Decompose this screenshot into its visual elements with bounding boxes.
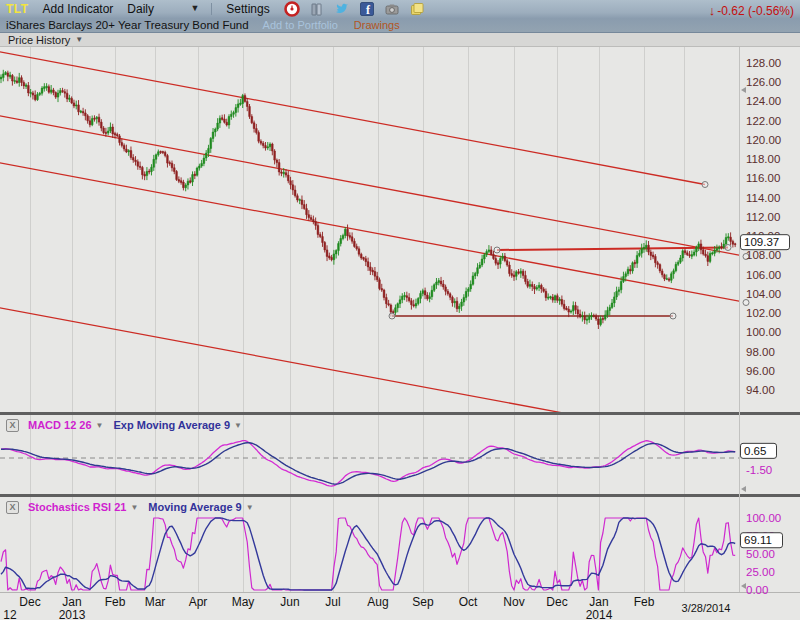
timeframe-value: Daily: [127, 2, 154, 16]
toolbar-icon-group: f: [284, 1, 425, 17]
price-history-header[interactable]: Price History ▼: [0, 33, 800, 47]
month-label: Jan: [589, 595, 608, 609]
stoch-value-badge: 69.11: [744, 534, 772, 546]
stoch-panel-header: X Stochastics RSI 21 ▼ Moving Average 9 …: [0, 499, 254, 515]
chevron-down-icon: ▼: [234, 421, 242, 430]
price-tick: 102.00: [746, 307, 781, 319]
month-label: Dec: [19, 595, 40, 609]
month-label: Mar: [145, 595, 166, 609]
chevron-down-icon: ▼: [130, 503, 138, 512]
chevron-down-icon: ▼: [96, 421, 104, 430]
chart-canvas[interactable]: 128.00126.00124.00122.00120.00118.00116.…: [0, 47, 800, 620]
close-macd-button[interactable]: X: [6, 419, 19, 432]
price-history-label: Price History: [8, 34, 70, 46]
alerts-icon[interactable]: [284, 1, 300, 17]
price-tick: 98.00: [746, 346, 775, 358]
add-to-portfolio-link[interactable]: Add to Portfolio: [263, 19, 338, 31]
stoch-ma-label[interactable]: Moving Average 9: [148, 501, 241, 513]
price-tick: 100.00: [746, 326, 781, 338]
stock-chart-app: { "toolbar": { "ticker": "TLT", "add_ind…: [0, 0, 800, 620]
price-tick: 128.00: [746, 57, 781, 69]
add-indicator-button[interactable]: Add Indicator: [43, 2, 114, 16]
last-price-badge: 109.37: [744, 236, 779, 248]
toolbar-separator: [211, 3, 212, 15]
chevron-down-icon: ▼: [246, 503, 254, 512]
chevron-down-icon: ▼: [190, 4, 199, 13]
month-label: Oct: [459, 595, 478, 609]
price-tick: 104.00: [746, 288, 781, 300]
snapshot-icon[interactable]: [384, 1, 400, 17]
month-label: Jan: [62, 595, 81, 609]
close-stoch-button[interactable]: X: [6, 501, 19, 514]
toolbar-row-main: TLT Add Indicator Daily ▼ Settings f: [0, 0, 800, 17]
fund-name: iShares Barclays 20+ Year Treasury Bond …: [6, 19, 249, 31]
price-change: ↓ -0.62 (-0.56%): [709, 3, 794, 18]
drawings-link[interactable]: Drawings: [354, 19, 400, 31]
panel-divider: [0, 494, 800, 497]
month-label: Feb: [634, 595, 655, 609]
price-tick: 124.00: [746, 95, 781, 107]
panel-divider: [0, 412, 800, 415]
price-tick: 120.00: [746, 134, 781, 146]
month-label: Aug: [367, 595, 388, 609]
library-icon[interactable]: [309, 1, 325, 17]
macd-value-badge: 0.65: [744, 445, 766, 457]
price-change-text: -0.62 (-0.56%): [717, 4, 794, 18]
settings-button[interactable]: Settings: [226, 2, 269, 16]
price-tick: 122.00: [746, 115, 781, 127]
macd-ema-label[interactable]: Exp Moving Average 9: [114, 419, 231, 431]
price-tick: 116.00: [746, 172, 780, 184]
chevron-down-icon: ▼: [75, 35, 83, 44]
month-label: Apr: [189, 595, 208, 609]
stoch-tick: 0.00: [746, 584, 768, 596]
stoch-label[interactable]: Stochastics RSI 21: [28, 501, 126, 513]
toolbar: TLT Add Indicator Daily ▼ Settings f: [0, 0, 800, 33]
year-label: 2013: [59, 608, 86, 620]
month-label: Jun: [280, 595, 299, 609]
price-tick: 118.00: [746, 153, 780, 165]
stoch-tick: 25.00: [746, 566, 775, 578]
price-tick: 96.00: [746, 365, 775, 377]
month-label: May: [232, 595, 255, 609]
year-label: 2014: [586, 608, 613, 620]
month-label: Jul: [325, 595, 340, 609]
notes-icon[interactable]: [409, 1, 425, 17]
price-tick: 108.00: [746, 249, 781, 261]
macd-label[interactable]: MACD 12 26: [28, 419, 92, 431]
toolbar-row-symbol: iShares Barclays 20+ Year Treasury Bond …: [0, 17, 800, 32]
stoch-tick: 50.00: [746, 548, 775, 560]
timeframe-dropdown[interactable]: Daily ▼: [127, 2, 199, 16]
stoch-tick: 100.00: [746, 512, 781, 524]
month-label: Feb: [105, 595, 126, 609]
price-tick: 94.00: [746, 384, 775, 396]
ticker-symbol: TLT: [6, 2, 29, 16]
last-date-label: 3/28/2014: [682, 602, 731, 614]
price-tick: 126.00: [746, 76, 781, 88]
down-arrow-icon: ↓: [709, 3, 716, 18]
price-tick: 114.00: [746, 192, 780, 204]
year-label: 12: [3, 608, 17, 620]
month-label: Nov: [503, 595, 524, 609]
month-label: Sep: [412, 595, 434, 609]
macd-tick: -1.50: [746, 464, 772, 476]
price-tick: 112.00: [746, 211, 780, 223]
month-label: Dec: [546, 595, 567, 609]
twitter-icon[interactable]: [334, 1, 350, 17]
macd-panel-header: X MACD 12 26 ▼ Exp Moving Average 9 ▼: [0, 417, 242, 433]
facebook-icon[interactable]: f: [359, 1, 375, 17]
price-tick: 106.00: [746, 269, 781, 281]
